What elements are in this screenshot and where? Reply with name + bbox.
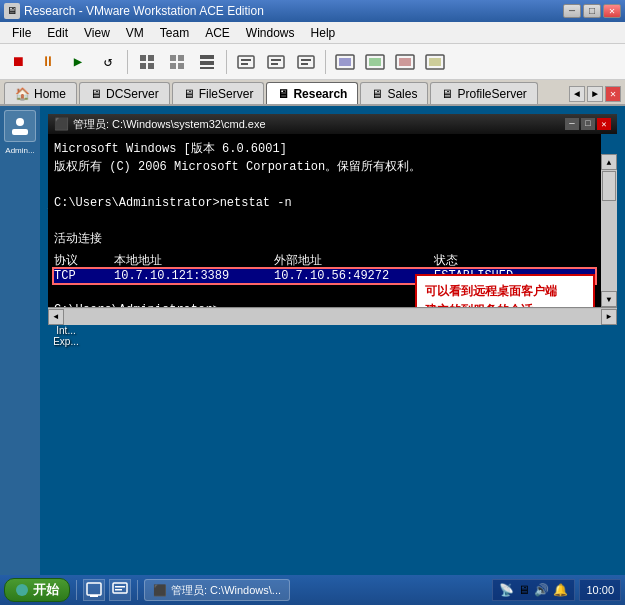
svg-rect-0 (140, 55, 146, 61)
toolbar-btn-10[interactable] (292, 48, 320, 76)
menu-edit[interactable]: Edit (39, 24, 76, 42)
cmd-maximize-btn[interactable]: □ (581, 118, 595, 130)
cmd-close-btn[interactable]: ✕ (597, 118, 611, 130)
tabs-next-btn[interactable]: ► (587, 86, 603, 102)
svg-rect-39 (90, 595, 98, 597)
tabs-close-btn[interactable]: ✕ (605, 86, 621, 102)
netstat-header: 协议 本地地址 外部地址 状态 (54, 252, 595, 269)
tab-home-label: Home (34, 87, 66, 101)
home-icon: 🏠 (15, 87, 30, 101)
menu-view[interactable]: View (76, 24, 118, 42)
scrollbar-thumb[interactable] (602, 171, 616, 201)
toolbar-sep-2 (226, 50, 227, 74)
toolbar-btn-6[interactable] (163, 48, 191, 76)
svg-rect-4 (170, 55, 176, 61)
window-title: Research - VMware Workstation ACE Editio… (24, 4, 559, 18)
svg-rect-38 (87, 583, 101, 595)
scrollbar-track (601, 170, 617, 291)
cmd-hscroll[interactable]: ◄ ► (48, 307, 617, 325)
toolbar-btn-14[interactable] (421, 48, 449, 76)
header-local: 本地地址 (114, 252, 274, 269)
clock: 10:00 (586, 584, 614, 596)
menu-help[interactable]: Help (303, 24, 344, 42)
toolbar-pause-btn[interactable]: ⏸ (34, 48, 62, 76)
app-icon: 🖥 (4, 3, 20, 19)
taskbar-sep-1 (76, 580, 77, 600)
tab-sales[interactable]: 🖥 Sales (360, 82, 428, 104)
svg-rect-2 (140, 63, 146, 69)
hscroll-left-btn[interactable]: ◄ (48, 309, 64, 325)
menu-ace[interactable]: ACE (197, 24, 238, 42)
toolbar-btn-7[interactable] (193, 48, 221, 76)
research-icon: 🖥 (277, 87, 289, 101)
toolbar: ⏹ ⏸ ▶ ↺ (0, 44, 625, 80)
clock-area: 10:00 (579, 579, 621, 601)
menu-vm[interactable]: VM (118, 24, 152, 42)
taskbar-icon-1-img (86, 582, 102, 598)
svg-rect-25 (399, 58, 411, 66)
cmd-line-4: C:\Users\Administrator>netstat -n (54, 194, 595, 212)
hscroll-track (64, 309, 601, 325)
toolbar-stop-btn[interactable]: ⏹ (4, 48, 32, 76)
tab-profileserver-label: ProfileServer (457, 87, 526, 101)
tab-dcserver-label: DCServer (106, 87, 159, 101)
toolbar-btn-5[interactable] (133, 48, 161, 76)
scrollbar-up-btn[interactable]: ▲ (601, 154, 617, 170)
tab-home[interactable]: 🏠 Home (4, 82, 77, 104)
dcserver-icon: 🖥 (90, 87, 102, 101)
svg-rect-8 (200, 55, 214, 59)
svg-rect-13 (241, 63, 248, 65)
hscroll-right-btn[interactable]: ► (601, 309, 617, 325)
cmd-body[interactable]: Microsoft Windows [版本 6.0.6001] 版权所有 (C)… (48, 134, 601, 325)
toolbar-btn-13[interactable] (391, 48, 419, 76)
cmd-title-bar: ⬛ 管理员: C:\Windows\system32\cmd.exe ─ □ ✕ (48, 114, 617, 134)
svg-rect-14 (268, 56, 284, 68)
minimize-button[interactable]: ─ (563, 4, 581, 18)
svg-rect-6 (170, 63, 176, 69)
svg-rect-29 (12, 129, 28, 135)
scrollbar-down-btn[interactable]: ▼ (601, 291, 617, 307)
start-button[interactable]: 开始 (4, 578, 70, 602)
svg-rect-18 (301, 59, 311, 61)
cmd-minimize-btn[interactable]: ─ (565, 118, 579, 130)
toolbar-play-btn[interactable]: ▶ (64, 48, 92, 76)
toolbar-btn-12[interactable] (361, 48, 389, 76)
sidebar-label-1: Admin... (5, 146, 34, 155)
title-bar: 🖥 Research - VMware Workstation ACE Edit… (0, 0, 625, 22)
menu-file[interactable]: File (4, 24, 39, 42)
tabs-prev-btn[interactable]: ◄ (569, 86, 585, 102)
start-icon (15, 583, 29, 597)
tab-research[interactable]: 🖥 Research (266, 82, 358, 104)
row-proto: TCP (54, 269, 114, 283)
taskbar-cmd-label: 管理员: C:\Windows\... (171, 583, 281, 598)
row-remote: 10.7.10.56:49272 (274, 269, 434, 283)
taskbar: 开始 ⬛ 管理员: C:\Windows\... 📡 🖥 🔊 🔔 10:00 (0, 575, 625, 605)
toolbar-reset-btn[interactable]: ↺ (94, 48, 122, 76)
cmd-line-1: Microsoft Windows [版本 6.0.6001] (54, 140, 595, 158)
fileserver-icon: 🖥 (183, 87, 195, 101)
sales-icon: 🖥 (371, 87, 383, 101)
svg-rect-3 (148, 63, 154, 69)
menu-team[interactable]: Team (152, 24, 197, 42)
menu-windows[interactable]: Windows (238, 24, 303, 42)
svg-rect-42 (115, 589, 122, 591)
tab-fileserver[interactable]: 🖥 FileServer (172, 82, 265, 104)
cmd-scrollbar[interactable]: ▲ ▼ (601, 154, 617, 307)
toolbar-btn-9[interactable] (262, 48, 290, 76)
taskbar-icon-1[interactable] (83, 579, 105, 601)
maximize-button[interactable]: □ (583, 4, 601, 18)
desktop-icon-3-label: Int...Exp... (53, 325, 79, 347)
taskbar-sep-2 (137, 580, 138, 600)
sidebar-icon-1[interactable] (4, 110, 36, 142)
tabs-nav: ◄ ► ✕ (569, 86, 621, 102)
tab-dcserver[interactable]: 🖥 DCServer (79, 82, 170, 104)
taskbar-icon-2[interactable] (109, 579, 131, 601)
taskbar-cmd-btn[interactable]: ⬛ 管理员: C:\Windows\... (144, 579, 290, 601)
svg-rect-21 (339, 58, 351, 66)
toolbar-btn-8[interactable] (232, 48, 260, 76)
tab-profileserver[interactable]: 🖥 ProfileServer (430, 82, 537, 104)
toolbar-btn-11[interactable] (331, 48, 359, 76)
close-button[interactable]: ✕ (603, 4, 621, 18)
systray: 📡 🖥 🔊 🔔 (492, 579, 575, 601)
svg-rect-12 (241, 59, 251, 61)
